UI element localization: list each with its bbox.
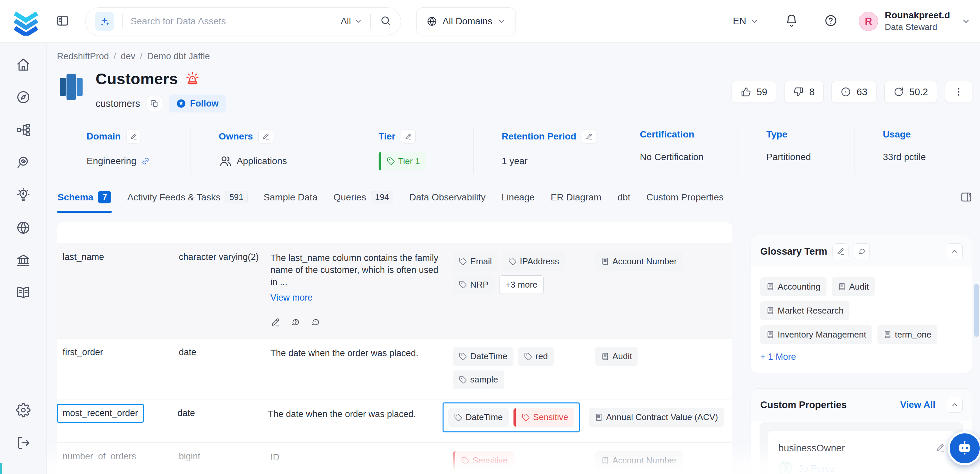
tab-schema[interactable]: Schema7	[57, 189, 112, 212]
sidebar-item-governance-bank[interactable]	[13, 250, 34, 271]
comments-icon-button[interactable]	[854, 243, 870, 259]
tag-chip[interactable]: NRP	[453, 275, 495, 294]
tab-custom-properties[interactable]: Custom Properties	[646, 190, 724, 212]
search-scope-dropdown[interactable]: All	[340, 16, 362, 27]
sidebar-item-domains-globe[interactable]	[13, 217, 34, 238]
edit-icon-button[interactable]	[832, 243, 848, 259]
comments-icon[interactable]	[310, 317, 320, 328]
language-dropdown[interactable]: EN	[733, 16, 759, 27]
tag-chip[interactable]: sample	[453, 371, 504, 389]
sidebar-item-settings-gear[interactable]	[13, 399, 34, 421]
column-name-cell: first_order	[57, 347, 179, 389]
thumbs-down-stat-button[interactable]: 8	[784, 81, 824, 103]
tag-chip-label: Sensitive	[473, 455, 508, 466]
search-icon[interactable]	[380, 15, 391, 28]
user-profile-menu[interactable]: R Rounakpreet.d Data Steward	[859, 10, 970, 32]
panel-right-toggle-icon[interactable]	[960, 191, 972, 204]
tag-chip[interactable]: DateTime	[448, 408, 509, 427]
meta-value-text: Partitioned	[766, 152, 811, 162]
sidebar-toggle-icon[interactable]	[54, 13, 71, 30]
edit-icon[interactable]	[270, 317, 280, 328]
user-role: Data Steward	[885, 22, 950, 32]
tag-icon	[524, 353, 532, 361]
tab-sample-data[interactable]: Sample Data	[263, 190, 318, 212]
user-link[interactable]: Jo Perez	[798, 463, 835, 474]
notifications-bell-icon[interactable]	[785, 14, 798, 28]
glossary-more-link[interactable]: + 1 More	[760, 352, 796, 362]
sidebar-item-logout[interactable]	[13, 432, 34, 453]
collapse-chevron-up-icon[interactable]	[947, 243, 963, 259]
chatbot-button[interactable]	[948, 431, 980, 465]
chevron-down-icon	[354, 17, 362, 25]
schema-table: last_namecharacter varying(2)The last_na…	[57, 222, 732, 474]
tag-chip[interactable]: Email	[453, 252, 498, 270]
tab-queries[interactable]: Queries194	[332, 189, 394, 212]
more-tags-chip[interactable]: +3 more	[499, 275, 544, 294]
more-actions-kebab-button[interactable]	[945, 81, 972, 103]
refresh-stat-button[interactable]: 50.2	[885, 81, 937, 103]
sidebar-item-home[interactable]	[13, 54, 34, 75]
sidebar-item-glossary-book[interactable]	[13, 282, 34, 304]
home-icon	[16, 57, 31, 72]
follow-button[interactable]: Follow	[169, 94, 226, 113]
tier-chip-label: Tier 1	[398, 156, 420, 167]
sidebar-item-explore-compass[interactable]	[13, 87, 34, 108]
glossary-term-chip[interactable]: Audit	[595, 347, 638, 366]
edit-icon-button[interactable]	[935, 443, 945, 453]
edit-icon-button[interactable]	[582, 129, 597, 144]
tab-activity-feeds-tasks[interactable]: Activity Feeds & Tasks591	[127, 189, 248, 212]
tag-chip[interactable]: Sensitive	[453, 451, 514, 470]
column-type-cell: date	[179, 347, 270, 389]
copy-icon[interactable]	[147, 96, 162, 111]
app-logo-icon[interactable]	[13, 9, 39, 34]
glossary-term-chip[interactable]: Annual Contract Value (ACV)	[589, 408, 724, 427]
request-description-icon[interactable]	[290, 317, 301, 328]
thumbs-up-stat-button[interactable]: 59	[732, 81, 776, 103]
column-name: first_order	[63, 347, 103, 357]
sidebar-item-data-flow[interactable]	[13, 119, 34, 140]
sidebar-item-insights-bulb[interactable]	[13, 185, 34, 206]
tier-chip[interactable]: Tier 1	[379, 152, 426, 170]
glossary-term-chip[interactable]: Inventory Management	[760, 325, 872, 344]
target-stat-button[interactable]: 63	[832, 81, 876, 103]
breadcrumb-item[interactable]: Demo dbt Jaffle	[147, 51, 210, 62]
tag-chip[interactable]: Sensitive	[514, 408, 574, 427]
tag-chip[interactable]: IPAddress	[503, 252, 565, 270]
view-all-link[interactable]: View All	[900, 399, 935, 410]
tag-chip[interactable]: DateTime	[453, 347, 514, 366]
glossary-term-chip[interactable]: Account Number	[595, 252, 683, 270]
edit-icon-button[interactable]	[126, 129, 141, 144]
global-search-bar: All	[85, 7, 401, 35]
vertical-scrollbar-thumb[interactable]	[974, 284, 978, 337]
view-more-link[interactable]: View more	[270, 291, 313, 304]
help-icon[interactable]	[824, 14, 837, 28]
sidebar-item-observability-search-eye[interactable]	[13, 152, 34, 173]
all-domains-button[interactable]: All Domains	[416, 7, 516, 35]
tab-dbt[interactable]: dbt	[617, 190, 631, 212]
book-icon	[766, 331, 774, 339]
tab-lineage[interactable]: Lineage	[501, 190, 535, 212]
search-input[interactable]	[130, 16, 340, 27]
glossary-term-chip[interactable]: Audit	[832, 277, 875, 296]
robot-icon	[955, 439, 974, 458]
collapse-chevron-up-icon[interactable]	[947, 397, 963, 413]
tag-chip[interactable]: red	[518, 347, 554, 366]
glossary-term-chip[interactable]: term_one	[877, 325, 937, 344]
glossary-term-chip[interactable]: Account Number	[595, 451, 683, 470]
breadcrumb-item[interactable]: RedshiftProd	[57, 51, 109, 62]
edit-icon-button[interactable]	[258, 129, 273, 144]
glossary-chip-label: Audit	[612, 351, 632, 361]
observability-search-eye-icon	[16, 155, 31, 170]
edit-icon-button[interactable]	[401, 129, 415, 144]
glossary-term-chip[interactable]: Market Research	[760, 301, 850, 320]
link-icon[interactable]	[141, 156, 150, 166]
kebab-icon	[953, 87, 964, 97]
tab-er-diagram[interactable]: ER Diagram	[550, 190, 602, 212]
tab-data-observability[interactable]: Data Observability	[409, 190, 486, 212]
glossary-chip-label: Inventory Management	[778, 329, 866, 340]
pencil-icon	[262, 133, 269, 140]
glossary-term-chip[interactable]: Accounting	[760, 277, 826, 296]
ai-sparkles-icon[interactable]	[95, 12, 114, 31]
meta-value: 1 year	[502, 152, 611, 170]
breadcrumb-item[interactable]: dev	[121, 51, 135, 62]
